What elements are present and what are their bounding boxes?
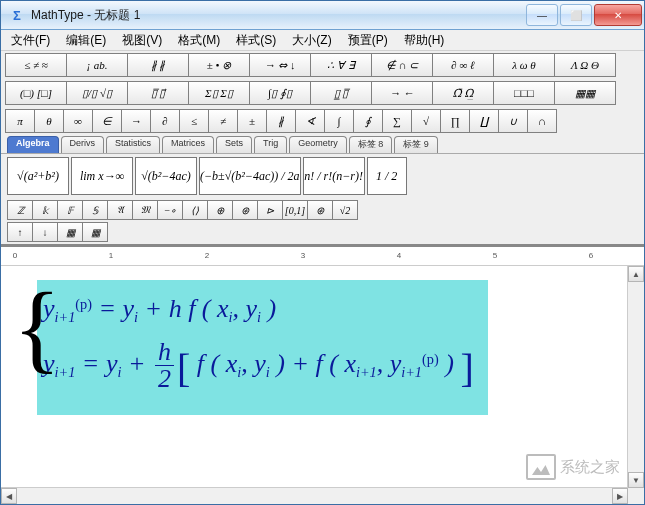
tmpl-fences[interactable]: (□) [□] xyxy=(5,81,67,105)
tab-matrices[interactable]: Matrices xyxy=(162,136,214,153)
scroll-down-icon[interactable]: ▼ xyxy=(628,472,644,488)
menu-format[interactable]: 格式(M) xyxy=(172,30,226,51)
tmpl-fractions[interactable]: ▯/▯ √▯ xyxy=(66,81,128,105)
palette-spaces[interactable]: ¡ ab. xyxy=(66,53,128,77)
app-window: Σ MathType - 无标题 1 — ⬜ ✕ 文件(F) 编辑(E) 视图(… xyxy=(0,0,645,505)
palette-embellish[interactable]: ∦ ∦ xyxy=(127,53,189,77)
tab-sets[interactable]: Sets xyxy=(216,136,252,153)
tab-statistics[interactable]: Statistics xyxy=(106,136,160,153)
sym-oint[interactable]: ∮ xyxy=(353,109,383,133)
tmpl-sums[interactable]: Σ▯ Σ▯ xyxy=(188,81,250,105)
palette-set-theory[interactable]: ∉ ∩ ⊂ xyxy=(371,53,433,77)
menu-view[interactable]: 视图(V) xyxy=(116,30,168,51)
sym-ne[interactable]: ≠ xyxy=(208,109,238,133)
nav-grid2-icon[interactable]: ▦ xyxy=(82,222,108,242)
sym-otimes[interactable]: ⊛ xyxy=(232,200,258,220)
tab-trig[interactable]: Trig xyxy=(254,136,287,153)
watermark-text: 系统之家 xyxy=(560,458,620,477)
tmpl-overbar[interactable]: ▯̅ ▯⃗ xyxy=(127,81,189,105)
scroll-right-icon[interactable]: ▶ xyxy=(612,488,628,504)
tab-algebra[interactable]: Algebra xyxy=(7,136,59,153)
menu-edit[interactable]: 编辑(E) xyxy=(60,30,112,51)
tmpl-underover[interactable]: ▯̲ ▯̅ xyxy=(310,81,372,105)
sym-in[interactable]: ∈ xyxy=(92,109,122,133)
hscroll-track[interactable] xyxy=(17,488,612,504)
tmpl-boxes[interactable]: ▦▦ xyxy=(554,81,616,105)
sym-angle2[interactable]: ⟨⟩ xyxy=(182,200,208,220)
template-panel: √(a²+b²) lim x→∞ √(b²−4ac) (−b±√(b²−4ac)… xyxy=(1,153,644,198)
palette-relational[interactable]: ≤ ≠ ≈ xyxy=(5,53,67,77)
left-brace-icon: { xyxy=(13,288,37,423)
tmpl-matrices[interactable]: □□□ xyxy=(493,81,555,105)
maximize-button[interactable]: ⬜ xyxy=(560,4,592,26)
sym-oplus[interactable]: ⊕ xyxy=(207,200,233,220)
sym-to[interactable]: → xyxy=(121,109,151,133)
nav-up-icon[interactable]: ↑ xyxy=(7,222,33,242)
sym-angle[interactable]: ∢ xyxy=(295,109,325,133)
menu-help[interactable]: 帮助(H) xyxy=(398,30,451,51)
sym-cup[interactable]: ∪ xyxy=(498,109,528,133)
tmpl-limit[interactable]: lim x→∞ xyxy=(71,157,133,195)
scroll-left-icon[interactable]: ◀ xyxy=(1,488,17,504)
vscroll-track[interactable] xyxy=(628,282,644,472)
sym-partial[interactable]: ∂ xyxy=(150,109,180,133)
sym-sqrt2[interactable]: √2 xyxy=(332,200,358,220)
sym-cap[interactable]: ∩ xyxy=(527,109,557,133)
horizontal-scrollbar[interactable]: ◀ ▶ xyxy=(1,487,628,504)
equation-body[interactable]: yi+1(p) = yi + h f ( xi, yi ) yi+1 = yi … xyxy=(37,280,488,415)
nav-down-icon[interactable]: ↓ xyxy=(32,222,58,242)
sym-frakA[interactable]: 𝔄 xyxy=(107,200,133,220)
palette-greek-lower[interactable]: λ ω θ xyxy=(493,53,555,77)
sym-le[interactable]: ≤ xyxy=(179,109,209,133)
sym-frakM[interactable]: 𝔐 xyxy=(132,200,158,220)
menu-prefs[interactable]: 预置(P) xyxy=(342,30,394,51)
sym-pm[interactable]: ± xyxy=(237,109,267,133)
palette-misc[interactable]: ∂ ∞ ℓ xyxy=(432,53,494,77)
ruler-mark-6: 6 xyxy=(589,251,593,260)
scroll-up-icon[interactable]: ▲ xyxy=(628,266,644,282)
sym-interval[interactable]: [0,1] xyxy=(282,200,308,220)
sym-tri[interactable]: ⊳ xyxy=(257,200,283,220)
sym-theta[interactable]: θ xyxy=(34,109,64,133)
sym-F[interactable]: 𝔽 xyxy=(57,200,83,220)
minimize-button[interactable]: — xyxy=(526,4,558,26)
tab-derivs[interactable]: Derivs xyxy=(61,136,105,153)
sym-int[interactable]: ∫ xyxy=(324,109,354,133)
tab-label8[interactable]: 标签 8 xyxy=(349,136,393,153)
vertical-scrollbar[interactable]: ▲ ▼ xyxy=(627,266,644,488)
tab-geometry[interactable]: Geometry xyxy=(289,136,347,153)
sym-pi[interactable]: π xyxy=(5,109,35,133)
menu-size[interactable]: 大小(Z) xyxy=(286,30,337,51)
eq1-y3: y xyxy=(246,294,258,323)
tmpl-labeled-arrows[interactable]: → ← xyxy=(371,81,433,105)
sym-parallel[interactable]: ∦ xyxy=(266,109,296,133)
menu-style[interactable]: 样式(S) xyxy=(230,30,282,51)
palette-arrows[interactable]: → ⇔ ↓ xyxy=(249,53,311,77)
nav-grid1-icon[interactable]: ▦ xyxy=(57,222,83,242)
ruler-mark-0: 0 xyxy=(13,251,17,260)
close-button[interactable]: ✕ xyxy=(594,4,642,26)
tmpl-binom[interactable]: n! / r!(n−r)! xyxy=(303,157,365,195)
palette-greek-upper[interactable]: Λ Ω Θ xyxy=(554,53,616,77)
sym-infty[interactable]: ∞ xyxy=(63,109,93,133)
tmpl-quadratic[interactable]: (−b±√(b²−4ac)) / 2a xyxy=(199,157,301,195)
tmpl-discr[interactable]: √(b²−4ac) xyxy=(135,157,197,195)
palette-logical[interactable]: ∴ ∀ ∃ xyxy=(310,53,372,77)
sym-prod[interactable]: ∏ xyxy=(440,109,470,133)
tmpl-integrals[interactable]: ∫▯ ∮▯ xyxy=(249,81,311,105)
menu-file[interactable]: 文件(F) xyxy=(5,30,56,51)
sym-S[interactable]: 𝕊 xyxy=(82,200,108,220)
tab-label9[interactable]: 标签 9 xyxy=(394,136,438,153)
sym-coprod[interactable]: ∐ xyxy=(469,109,499,133)
eq1-y2: y xyxy=(123,294,135,323)
sym-neg-compose[interactable]: −∘ xyxy=(157,200,183,220)
palette-operators[interactable]: ± • ⊗ xyxy=(188,53,250,77)
sym-circstar[interactable]: ⊛ xyxy=(307,200,333,220)
tmpl-products[interactable]: Ω̄ Ω̲ xyxy=(432,81,494,105)
tmpl-half[interactable]: 1 / 2 xyxy=(367,157,407,195)
sym-sqrt[interactable]: √ xyxy=(411,109,441,133)
tmpl-pythag[interactable]: √(a²+b²) xyxy=(7,157,69,195)
sym-sum[interactable]: ∑ xyxy=(382,109,412,133)
sym-Z[interactable]: ℤ xyxy=(7,200,33,220)
sym-k[interactable]: 𝕜 xyxy=(32,200,58,220)
